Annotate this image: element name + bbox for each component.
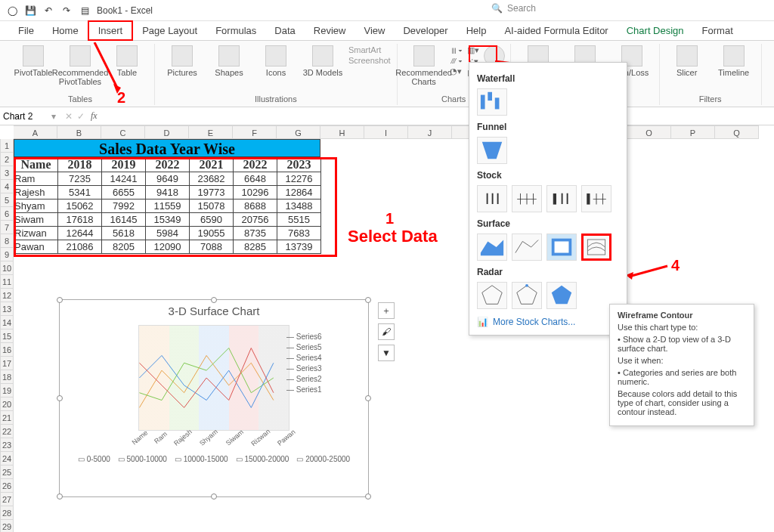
stock-hlc-option[interactable]: ┃┃┃ [477, 185, 507, 212]
col-header-I[interactable]: I [364, 125, 408, 139]
table-cell[interactable]: 5618 [102, 227, 146, 240]
table-header[interactable]: 2019 [102, 158, 146, 172]
table-cell[interactable]: Rizwan [14, 227, 58, 240]
row-header-25[interactable]: 25 [0, 466, 14, 479]
tab-developer[interactable]: Developer [394, 22, 457, 39]
chart-column-icon[interactable]: ⫼▾ [450, 45, 463, 54]
table-cell[interactable]: 15349 [146, 213, 190, 227]
search-box[interactable]: 🔍 Search [491, 3, 536, 14]
table-cell[interactable]: 7235 [58, 172, 102, 186]
table-header[interactable]: 2022 [146, 158, 190, 172]
row-header-6[interactable]: 6 [0, 207, 14, 221]
tab-page-layout[interactable]: Page Layout [133, 22, 206, 39]
row-header-27[interactable]: 27 [0, 493, 14, 506]
table-cell[interactable]: 8205 [102, 240, 146, 254]
row-header-9[interactable]: 9 [0, 248, 14, 261]
smartart-button[interactable]: SmartArt [348, 45, 391, 54]
contour-option[interactable] [546, 234, 577, 261]
stock-vhlc-option[interactable]: ▌┃┃ [546, 185, 577, 212]
row-header-7[interactable]: 7 [0, 221, 14, 234]
table-header[interactable]: 2023 [277, 158, 321, 172]
timeline-button[interactable]: Timeline [713, 45, 755, 77]
row-header-24[interactable]: 24 [0, 452, 14, 466]
tab-insert[interactable]: Insert [88, 20, 134, 41]
recommended-charts-button[interactable]: Recommended Charts [403, 45, 445, 86]
tab-home[interactable]: Home [43, 22, 88, 39]
table-row[interactable]: Rizwan12644561859841905587357683 [14, 227, 321, 240]
table-cell[interactable]: 5984 [146, 227, 190, 240]
col-header-H[interactable]: H [320, 125, 364, 139]
chart-pie-icon[interactable]: ◔▾ [450, 66, 463, 76]
redo-icon[interactable]: ↷ [60, 5, 73, 17]
embedded-chart[interactable]: 3-D Surface Chart — Series6— Series5— Se… [59, 299, 369, 497]
tab-formulas[interactable]: Formulas [206, 22, 265, 39]
row-header-16[interactable]: 16 [0, 343, 14, 357]
col-header-E[interactable]: E [189, 125, 233, 139]
table-row[interactable]: Siwam1761816145153496590207565515 [14, 213, 321, 227]
waterfall-chart-option[interactable] [477, 88, 507, 116]
table-cell[interactable]: 14241 [102, 172, 146, 186]
table-cell[interactable]: 8285 [234, 240, 277, 254]
funnel-chart-option[interactable] [477, 137, 507, 164]
enter-icon[interactable]: ✓ [77, 111, 85, 122]
table-cell[interactable]: 5515 [277, 213, 321, 227]
chart-elements-button[interactable]: ＋ [378, 302, 395, 319]
radar-filled-option[interactable] [546, 282, 577, 309]
shapes-button[interactable]: Shapes [208, 45, 250, 77]
row-header-18[interactable]: 18 [0, 370, 14, 384]
tab-view[interactable]: View [354, 22, 394, 39]
table-row[interactable]: Pawan210868205120907088828513739 [14, 240, 321, 254]
table-cell[interactable]: 15062 [58, 200, 102, 213]
table-cell[interactable]: 20756 [234, 213, 277, 227]
chart-hierarchy-icon[interactable]: ▥▾ [467, 45, 479, 55]
tab-ai-formula[interactable]: AI-aided Formula Editor [495, 22, 617, 39]
row-header-4[interactable]: 4 [0, 180, 14, 193]
table-cell[interactable]: 21086 [58, 240, 102, 254]
table-row[interactable]: Rajesh534166559418197731029612864 [14, 186, 321, 200]
tab-format[interactable]: Format [693, 22, 742, 39]
col-header-C[interactable]: C [101, 125, 145, 139]
row-header-5[interactable]: 5 [0, 193, 14, 207]
icons-button[interactable]: Icons [255, 45, 297, 77]
table-cell[interactable]: 7683 [277, 227, 321, 240]
worksheet[interactable]: ABCDEFGHIJKLMNOPQ 1234567891011121314151… [0, 125, 774, 139]
screenshot-button[interactable]: Screenshot [348, 56, 391, 65]
table-cell[interactable]: 23682 [190, 172, 234, 186]
table-cell[interactable]: 12864 [277, 186, 321, 200]
row-header-29[interactable]: 29 [0, 520, 14, 532]
row-header-14[interactable]: 14 [0, 316, 14, 329]
stock-ohlc-option[interactable]: ┼┼┼ [512, 185, 542, 212]
pivottable-button[interactable]: PivotTable [12, 45, 54, 86]
table-cell[interactable]: 19055 [190, 227, 234, 240]
print-icon[interactable]: ▤ [79, 5, 91, 17]
table-cell[interactable]: 8735 [234, 227, 277, 240]
table-cell[interactable]: 15078 [190, 200, 234, 213]
autosave-icon[interactable]: ◯ [6, 5, 18, 17]
table-cell[interactable]: Shyam [14, 200, 58, 213]
table-cell[interactable]: 9649 [146, 172, 190, 186]
row-header-12[interactable]: 12 [0, 289, 14, 302]
radar-markers-option[interactable] [512, 282, 542, 309]
table-cell[interactable]: 12090 [146, 240, 190, 254]
table-cell[interactable]: 5341 [58, 186, 102, 200]
row-header-3[interactable]: 3 [0, 166, 14, 180]
table-cell[interactable]: Rajesh [14, 186, 58, 200]
row-header-13[interactable]: 13 [0, 302, 14, 316]
cancel-icon[interactable]: ✕ [65, 111, 73, 122]
table-cell[interactable]: 10296 [234, 186, 277, 200]
row-header-21[interactable]: 21 [0, 411, 14, 425]
table-cell[interactable]: 19773 [190, 186, 234, 200]
table-cell[interactable]: 8688 [234, 200, 277, 213]
slicer-button[interactable]: Slicer [666, 45, 708, 77]
table-cell[interactable]: 6590 [190, 213, 234, 227]
table-cell[interactable]: 9418 [146, 186, 190, 200]
chart-plot-area[interactable] [138, 325, 289, 431]
row-header-2[interactable]: 2 [0, 153, 14, 166]
chart-title[interactable]: 3-D Surface Chart [60, 305, 368, 317]
surface-3d-option[interactable] [477, 234, 507, 261]
dropdown-icon[interactable]: ▾ [51, 111, 56, 122]
tab-help[interactable]: Help [457, 22, 496, 39]
save-icon[interactable]: 💾 [24, 5, 36, 17]
col-header-O[interactable]: O [627, 125, 671, 139]
table-header[interactable]: 2018 [58, 158, 102, 172]
